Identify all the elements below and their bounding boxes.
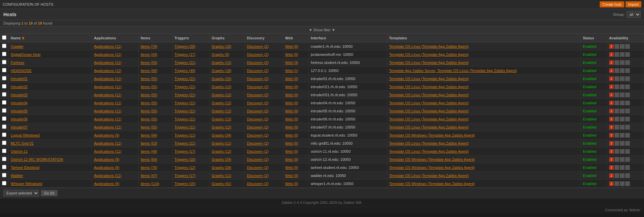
th-items[interactable]: Items xyxy=(138,34,172,42)
host-name-link[interactable]: MLTC Grid 01 xyxy=(11,141,34,145)
discovery-link[interactable]: Discovery (2) xyxy=(247,44,269,48)
discovery-link[interactable]: Discovery (2) xyxy=(247,69,269,73)
discovery-link[interactable]: Discovery (2) xyxy=(247,149,269,153)
triggers-link[interactable]: Triggers (10) xyxy=(175,157,196,161)
graphs-link[interactable]: Graphs (12) xyxy=(212,93,231,97)
template-link[interactable]: Template OS Linux (Template App Zabbix A… xyxy=(389,93,469,97)
graphs-link[interactable]: Graphs (12) xyxy=(212,149,231,153)
row-checkbox[interactable] xyxy=(2,60,6,64)
items-link[interactable]: Items (55) xyxy=(141,61,157,65)
template-link[interactable]: Template OS Windows (Template App Zabbix… xyxy=(389,157,475,161)
row-checkbox[interactable] xyxy=(2,157,6,161)
web-link[interactable]: Web (0) xyxy=(285,174,298,178)
applications-link[interactable]: Applications (11) xyxy=(94,77,122,81)
triggers-link[interactable]: Triggers (21) xyxy=(175,117,196,121)
row-checkbox[interactable] xyxy=(2,108,6,113)
applications-link[interactable]: Applications (11) xyxy=(94,141,122,145)
graphs-link[interactable]: Graphs (24) xyxy=(212,157,231,161)
row-checkbox[interactable] xyxy=(2,76,6,80)
th-name[interactable]: Name ⇅ xyxy=(9,34,92,42)
go-button[interactable]: Go (0) xyxy=(41,190,57,196)
triggers-link[interactable]: Triggers (11) xyxy=(175,133,196,137)
graphs-link[interactable]: Graphs (12) xyxy=(212,85,231,89)
host-name-link[interactable]: Intruder03 xyxy=(11,93,28,97)
row-checkbox[interactable] xyxy=(2,92,6,97)
discovery-link[interactable]: Discovery (2) xyxy=(247,77,269,81)
applications-link[interactable]: Applications (11) xyxy=(94,101,122,105)
graphs-link[interactable]: Graphs (11) xyxy=(212,174,231,178)
th-templates[interactable]: Templates xyxy=(387,34,581,42)
applications-link[interactable]: Applications (9) xyxy=(94,182,120,186)
items-link[interactable]: Items (64) xyxy=(141,157,157,161)
items-link[interactable]: Items (55) xyxy=(141,109,157,113)
status-badge[interactable]: Enabled xyxy=(583,157,596,161)
template-link[interactable]: Template OS Linux (Template App Zabbix A… xyxy=(389,149,469,153)
host-name-link[interactable]: Tarheel [Desktop] xyxy=(11,166,40,170)
triggers-link[interactable]: Triggers (21) xyxy=(175,109,196,113)
discovery-link[interactable]: Discovery (2) xyxy=(247,52,269,57)
web-link[interactable]: Web (0) xyxy=(285,125,298,129)
items-link[interactable]: Items (76) xyxy=(141,166,157,170)
discovery-link[interactable]: Discovery (2) xyxy=(247,93,269,97)
triggers-link[interactable]: Triggers (15) xyxy=(175,182,196,186)
host-name-link[interactable]: Intruder02 xyxy=(11,85,28,89)
items-link[interactable]: Items (55) xyxy=(141,77,157,81)
triggers-link[interactable]: Triggers (21) xyxy=(175,85,196,89)
discovery-link[interactable]: Discovery (2) xyxy=(247,133,269,137)
host-name-link[interactable]: Intruder07 xyxy=(11,125,28,129)
triggers-link[interactable]: Triggers (17) xyxy=(175,52,196,57)
applications-link[interactable]: Applications (9) xyxy=(94,166,120,170)
triggers-link[interactable]: Triggers (21) xyxy=(175,93,196,97)
graphs-link[interactable]: Graphs (34) xyxy=(212,133,231,137)
items-link[interactable]: Items (79) xyxy=(141,44,157,48)
row-checkbox[interactable] xyxy=(2,44,6,48)
status-badge[interactable]: Enabled xyxy=(583,93,596,97)
graphs-link[interactable]: Graphs (12) xyxy=(212,117,231,121)
host-name-link[interactable]: DigitalOcean Host xyxy=(11,52,41,57)
web-link[interactable]: Web (1) xyxy=(285,69,298,73)
template-link[interactable]: Template OS Linux (Template App Zabbix A… xyxy=(389,77,469,81)
triggers-link[interactable]: Triggers (21) xyxy=(175,141,196,145)
status-badge[interactable]: Enabled xyxy=(583,69,596,73)
template-link[interactable]: Template OS Linux (Template App Zabbix A… xyxy=(389,125,469,129)
th-web[interactable]: Web xyxy=(283,34,309,42)
discovery-link[interactable]: Discovery (2) xyxy=(247,174,269,178)
status-badge[interactable]: Enabled xyxy=(583,101,596,105)
template-link[interactable]: Template OS Linux (Template App Zabbix A… xyxy=(389,101,469,105)
discovery-link[interactable]: Discovery (2) xyxy=(247,182,269,186)
row-checkbox[interactable] xyxy=(2,68,6,72)
host-name-link[interactable]: Intruder04 xyxy=(11,101,28,105)
web-link[interactable]: Web (0) xyxy=(285,182,298,186)
graphs-link[interactable]: Graphs (12) xyxy=(212,125,231,129)
create-host-button[interactable]: Create host xyxy=(600,1,624,7)
web-link[interactable]: Web (0) xyxy=(285,141,298,145)
row-checkbox[interactable] xyxy=(2,181,6,185)
web-link[interactable]: Web (0) xyxy=(285,133,298,137)
applications-link[interactable]: Applications (12) xyxy=(94,69,122,73)
graphs-link[interactable]: Graphs (41) xyxy=(212,182,231,186)
items-link[interactable]: Items (94) xyxy=(141,133,157,137)
template-link[interactable]: Template OS Linux (Template App Zabbix A… xyxy=(389,52,469,57)
row-checkbox[interactable] xyxy=(2,124,6,129)
items-link[interactable]: Items (55) xyxy=(141,125,157,129)
th-graphs[interactable]: Graphs xyxy=(210,34,245,42)
triggers-link[interactable]: Triggers (17) xyxy=(175,174,196,178)
graphs-link[interactable]: Graphs (28) xyxy=(212,166,231,170)
discovery-link[interactable]: Discovery (2) xyxy=(247,117,269,121)
status-badge[interactable]: Enabled xyxy=(583,133,596,137)
web-link[interactable]: Web (0) xyxy=(285,52,298,57)
triggers-link[interactable]: Triggers (29) xyxy=(175,44,196,48)
host-name-link[interactable]: Crawler xyxy=(11,44,24,48)
graphs-link[interactable]: Graphs (18) xyxy=(212,69,231,73)
th-applications[interactable]: Applications xyxy=(92,34,138,42)
triggers-link[interactable]: Triggers (21) xyxy=(175,125,196,129)
web-link[interactable]: Web (0) xyxy=(285,101,298,105)
items-link[interactable]: Items (55) xyxy=(141,117,157,121)
web-link[interactable]: Web (3) xyxy=(285,61,298,65)
discovery-link[interactable]: Discovery (2) xyxy=(247,85,269,89)
status-badge[interactable]: Enabled xyxy=(583,44,596,48)
status-badge[interactable]: Enabled xyxy=(583,85,596,89)
triggers-link[interactable]: Triggers (17) xyxy=(175,149,196,153)
template-link[interactable]: Template OS Windows (Template App Zabbix… xyxy=(389,182,475,186)
graphs-link[interactable]: Graphs (9) xyxy=(212,52,229,57)
